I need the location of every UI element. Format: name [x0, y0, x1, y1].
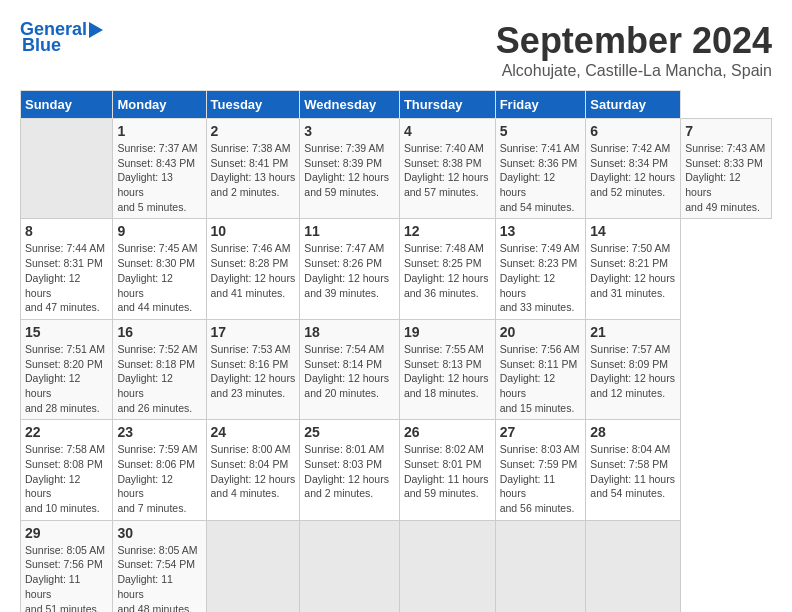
day-cell: 22Sunrise: 7:58 AMSunset: 8:08 PMDayligh…: [21, 420, 113, 520]
day-cell: 25Sunrise: 8:01 AMSunset: 8:03 PMDayligh…: [300, 420, 400, 520]
day-info: Sunrise: 7:53 AMSunset: 8:16 PMDaylight:…: [211, 342, 296, 401]
day-number: 11: [304, 223, 395, 239]
day-cell: 26Sunrise: 8:02 AMSunset: 8:01 PMDayligh…: [399, 420, 495, 520]
location-subtitle: Alcohujate, Castille-La Mancha, Spain: [496, 62, 772, 80]
day-number: 8: [25, 223, 108, 239]
month-title: September 2024: [496, 20, 772, 62]
day-number: 1: [117, 123, 201, 139]
day-cell: 27Sunrise: 8:03 AMSunset: 7:59 PMDayligh…: [495, 420, 586, 520]
day-cell: 4Sunrise: 7:40 AMSunset: 8:38 PMDaylight…: [399, 119, 495, 219]
calendar-week-row: 15Sunrise: 7:51 AMSunset: 8:20 PMDayligh…: [21, 319, 772, 419]
day-info: Sunrise: 7:43 AMSunset: 8:33 PMDaylight:…: [685, 141, 767, 214]
day-cell: [586, 520, 681, 612]
day-info: Sunrise: 7:40 AMSunset: 8:38 PMDaylight:…: [404, 141, 491, 200]
day-info: Sunrise: 7:51 AMSunset: 8:20 PMDaylight:…: [25, 342, 108, 415]
day-cell: 13Sunrise: 7:49 AMSunset: 8:23 PMDayligh…: [495, 219, 586, 319]
day-cell: [300, 520, 400, 612]
day-info: Sunrise: 8:02 AMSunset: 8:01 PMDaylight:…: [404, 442, 491, 501]
day-cell: 20Sunrise: 7:56 AMSunset: 8:11 PMDayligh…: [495, 319, 586, 419]
day-info: Sunrise: 7:56 AMSunset: 8:11 PMDaylight:…: [500, 342, 582, 415]
day-info: Sunrise: 7:59 AMSunset: 8:06 PMDaylight:…: [117, 442, 201, 515]
weekday-header-thursday: Thursday: [399, 91, 495, 119]
day-cell: 10Sunrise: 7:46 AMSunset: 8:28 PMDayligh…: [206, 219, 300, 319]
day-cell: 11Sunrise: 7:47 AMSunset: 8:26 PMDayligh…: [300, 219, 400, 319]
day-number: 7: [685, 123, 767, 139]
weekday-header-monday: Monday: [113, 91, 206, 119]
day-number: 15: [25, 324, 108, 340]
calendar-week-row: 8Sunrise: 7:44 AMSunset: 8:31 PMDaylight…: [21, 219, 772, 319]
day-number: 10: [211, 223, 296, 239]
day-cell: 7Sunrise: 7:43 AMSunset: 8:33 PMDaylight…: [681, 119, 772, 219]
day-info: Sunrise: 8:03 AMSunset: 7:59 PMDaylight:…: [500, 442, 582, 515]
day-number: 12: [404, 223, 491, 239]
weekday-header-saturday: Saturday: [586, 91, 681, 119]
weekday-header-friday: Friday: [495, 91, 586, 119]
day-number: 21: [590, 324, 676, 340]
day-info: Sunrise: 8:00 AMSunset: 8:04 PMDaylight:…: [211, 442, 296, 501]
day-info: Sunrise: 7:44 AMSunset: 8:31 PMDaylight:…: [25, 241, 108, 314]
empty-day-cell: [21, 119, 113, 219]
day-number: 14: [590, 223, 676, 239]
title-block: September 2024 Alcohujate, Castille-La M…: [496, 20, 772, 80]
day-info: Sunrise: 7:38 AMSunset: 8:41 PMDaylight:…: [211, 141, 296, 200]
weekday-header-row: SundayMondayTuesdayWednesdayThursdayFrid…: [21, 91, 772, 119]
day-cell: 21Sunrise: 7:57 AMSunset: 8:09 PMDayligh…: [586, 319, 681, 419]
day-number: 29: [25, 525, 108, 541]
day-info: Sunrise: 7:57 AMSunset: 8:09 PMDaylight:…: [590, 342, 676, 401]
day-info: Sunrise: 7:37 AMSunset: 8:43 PMDaylight:…: [117, 141, 201, 214]
day-info: Sunrise: 7:55 AMSunset: 8:13 PMDaylight:…: [404, 342, 491, 401]
day-cell: 19Sunrise: 7:55 AMSunset: 8:13 PMDayligh…: [399, 319, 495, 419]
day-number: 28: [590, 424, 676, 440]
day-number: 30: [117, 525, 201, 541]
day-cell: 16Sunrise: 7:52 AMSunset: 8:18 PMDayligh…: [113, 319, 206, 419]
day-number: 4: [404, 123, 491, 139]
day-cell: 3Sunrise: 7:39 AMSunset: 8:39 PMDaylight…: [300, 119, 400, 219]
day-cell: 28Sunrise: 8:04 AMSunset: 7:58 PMDayligh…: [586, 420, 681, 520]
day-info: Sunrise: 7:47 AMSunset: 8:26 PMDaylight:…: [304, 241, 395, 300]
day-cell: 9Sunrise: 7:45 AMSunset: 8:30 PMDaylight…: [113, 219, 206, 319]
day-number: 26: [404, 424, 491, 440]
day-info: Sunrise: 8:01 AMSunset: 8:03 PMDaylight:…: [304, 442, 395, 501]
day-info: Sunrise: 7:42 AMSunset: 8:34 PMDaylight:…: [590, 141, 676, 200]
day-number: 25: [304, 424, 395, 440]
day-number: 20: [500, 324, 582, 340]
day-cell: [399, 520, 495, 612]
day-info: Sunrise: 7:41 AMSunset: 8:36 PMDaylight:…: [500, 141, 582, 214]
weekday-header-sunday: Sunday: [21, 91, 113, 119]
day-info: Sunrise: 7:52 AMSunset: 8:18 PMDaylight:…: [117, 342, 201, 415]
day-cell: 5Sunrise: 7:41 AMSunset: 8:36 PMDaylight…: [495, 119, 586, 219]
day-info: Sunrise: 8:05 AMSunset: 7:56 PMDaylight:…: [25, 543, 108, 612]
day-cell: 1Sunrise: 7:37 AMSunset: 8:43 PMDaylight…: [113, 119, 206, 219]
day-cell: 12Sunrise: 7:48 AMSunset: 8:25 PMDayligh…: [399, 219, 495, 319]
day-number: 23: [117, 424, 201, 440]
day-info: Sunrise: 7:45 AMSunset: 8:30 PMDaylight:…: [117, 241, 201, 314]
calendar-week-row: 1Sunrise: 7:37 AMSunset: 8:43 PMDaylight…: [21, 119, 772, 219]
day-cell: 17Sunrise: 7:53 AMSunset: 8:16 PMDayligh…: [206, 319, 300, 419]
day-cell: 24Sunrise: 8:00 AMSunset: 8:04 PMDayligh…: [206, 420, 300, 520]
logo: General Blue: [20, 20, 105, 56]
day-cell: 29Sunrise: 8:05 AMSunset: 7:56 PMDayligh…: [21, 520, 113, 612]
day-info: Sunrise: 7:49 AMSunset: 8:23 PMDaylight:…: [500, 241, 582, 314]
day-cell: [495, 520, 586, 612]
logo-blue-text: Blue: [22, 36, 61, 56]
day-cell: 30Sunrise: 8:05 AMSunset: 7:54 PMDayligh…: [113, 520, 206, 612]
day-number: 5: [500, 123, 582, 139]
day-number: 3: [304, 123, 395, 139]
svg-marker-0: [89, 22, 103, 38]
weekday-header-tuesday: Tuesday: [206, 91, 300, 119]
logo-arrow-icon: [87, 22, 105, 38]
day-cell: [206, 520, 300, 612]
day-info: Sunrise: 7:46 AMSunset: 8:28 PMDaylight:…: [211, 241, 296, 300]
day-number: 17: [211, 324, 296, 340]
day-info: Sunrise: 7:48 AMSunset: 8:25 PMDaylight:…: [404, 241, 491, 300]
calendar-week-row: 29Sunrise: 8:05 AMSunset: 7:56 PMDayligh…: [21, 520, 772, 612]
day-number: 19: [404, 324, 491, 340]
day-cell: 23Sunrise: 7:59 AMSunset: 8:06 PMDayligh…: [113, 420, 206, 520]
calendar-table: SundayMondayTuesdayWednesdayThursdayFrid…: [20, 90, 772, 612]
day-number: 2: [211, 123, 296, 139]
weekday-header-wednesday: Wednesday: [300, 91, 400, 119]
day-number: 16: [117, 324, 201, 340]
day-info: Sunrise: 7:39 AMSunset: 8:39 PMDaylight:…: [304, 141, 395, 200]
day-number: 13: [500, 223, 582, 239]
day-cell: 6Sunrise: 7:42 AMSunset: 8:34 PMDaylight…: [586, 119, 681, 219]
